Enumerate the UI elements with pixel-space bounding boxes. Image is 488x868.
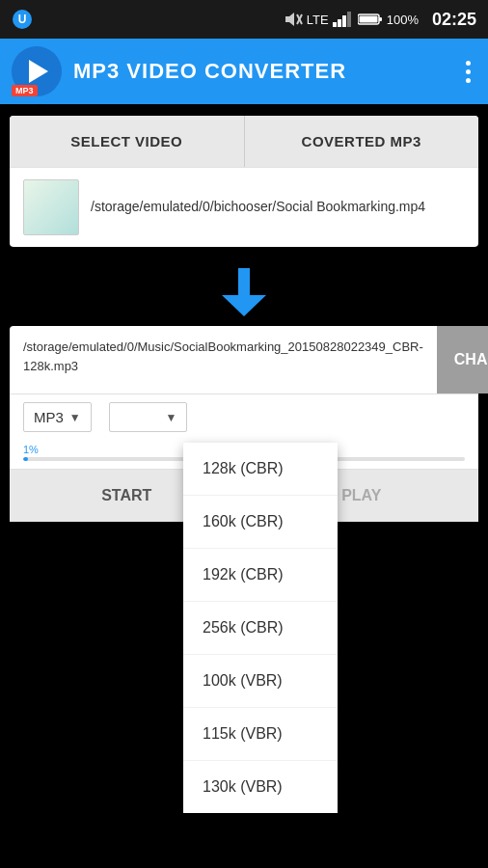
status-bar: U LTE 100% 02:25: [0, 0, 488, 39]
svg-rect-8: [347, 12, 351, 27]
dot2: [466, 69, 471, 74]
progress-bar-fill: [23, 457, 28, 461]
svg-rect-11: [359, 16, 377, 23]
input-file-path: /storage/emulated/0/bichooser/Social Boo…: [91, 198, 465, 217]
main-content: SELECT VIDEO COVERTED MP3 /storage/emula…: [0, 116, 488, 522]
file-info-row: /storage/emulated/0/bichooser/Social Boo…: [10, 168, 478, 247]
change-button[interactable]: CHANGE: [437, 326, 488, 393]
bitrate-option-3[interactable]: 256k (CBR): [183, 602, 338, 655]
bitrate-dropdown-overlay: 128k (CBR) 160k (CBR) 192k (CBR) 256k (C…: [183, 443, 338, 813]
top-card: SELECT VIDEO COVERTED MP3 /storage/emula…: [10, 116, 478, 247]
svg-rect-7: [342, 15, 346, 27]
format-row: MP3 ▼ ▼ 128k (CBR) 160k (CBR) 192k (CBR)…: [10, 393, 478, 440]
app-logo: MP3: [12, 46, 62, 96]
signal-icon: [333, 12, 354, 27]
format-dropdown-arrow: ▼: [69, 411, 81, 424]
battery-icon: [358, 13, 383, 26]
arrow-down-icon: [222, 268, 266, 316]
mute-icon: [285, 13, 303, 26]
svg-rect-12: [238, 268, 250, 297]
format-selected-value: MP3: [34, 409, 64, 425]
coverted-mp3-tab[interactable]: COVERTED MP3: [245, 116, 479, 167]
bitrate-dropdown-arrow: ▼: [165, 411, 176, 424]
bitrate-option-0[interactable]: 128k (CBR): [183, 443, 338, 496]
more-options-button[interactable]: [460, 57, 476, 87]
output-file-path: /storage/emulated/0/Music/SocialBookmark…: [10, 326, 437, 393]
svg-text:U: U: [18, 13, 27, 26]
status-bar-app-icon: U: [12, 9, 33, 30]
svg-rect-10: [379, 17, 382, 21]
play-triangle-icon: [29, 60, 48, 83]
arrow-container: [0, 258, 488, 326]
tab-row: SELECT VIDEO COVERTED MP3: [10, 116, 478, 168]
select-video-tab[interactable]: SELECT VIDEO: [10, 116, 245, 167]
svg-marker-13: [222, 295, 266, 316]
bitrate-option-2[interactable]: 192k (CBR): [183, 549, 338, 602]
svg-marker-2: [285, 13, 294, 26]
svg-rect-6: [338, 19, 341, 27]
output-path-row: /storage/emulated/0/Music/SocialBookmark…: [10, 326, 478, 393]
mp3-badge: MP3: [12, 85, 38, 96]
svg-rect-5: [333, 22, 337, 27]
dot3: [466, 78, 471, 83]
battery-label: 100%: [387, 13, 419, 27]
signal-area: LTE 100%: [285, 12, 419, 27]
bitrate-selected-value: [120, 409, 160, 425]
bitrate-select[interactable]: ▼: [109, 402, 188, 432]
bitrate-option-4[interactable]: 100k (VBR): [183, 655, 338, 708]
app-header: MP3 MP3 VIDEO CONVERTER: [0, 39, 488, 104]
output-card: /storage/emulated/0/Music/SocialBookmark…: [10, 326, 478, 522]
app-title: MP3 VIDEO CONVERTER: [73, 59, 448, 84]
bitrate-option-1[interactable]: 160k (CBR): [183, 496, 338, 549]
lte-label: LTE: [307, 13, 329, 27]
bitrate-option-5[interactable]: 115k (VBR): [183, 708, 338, 761]
bitrate-option-6[interactable]: 130k (VBR): [183, 761, 338, 813]
status-time: 02:25: [432, 10, 476, 30]
dot1: [466, 61, 471, 66]
format-select[interactable]: MP3 ▼: [23, 402, 92, 432]
file-thumbnail: [23, 179, 79, 235]
